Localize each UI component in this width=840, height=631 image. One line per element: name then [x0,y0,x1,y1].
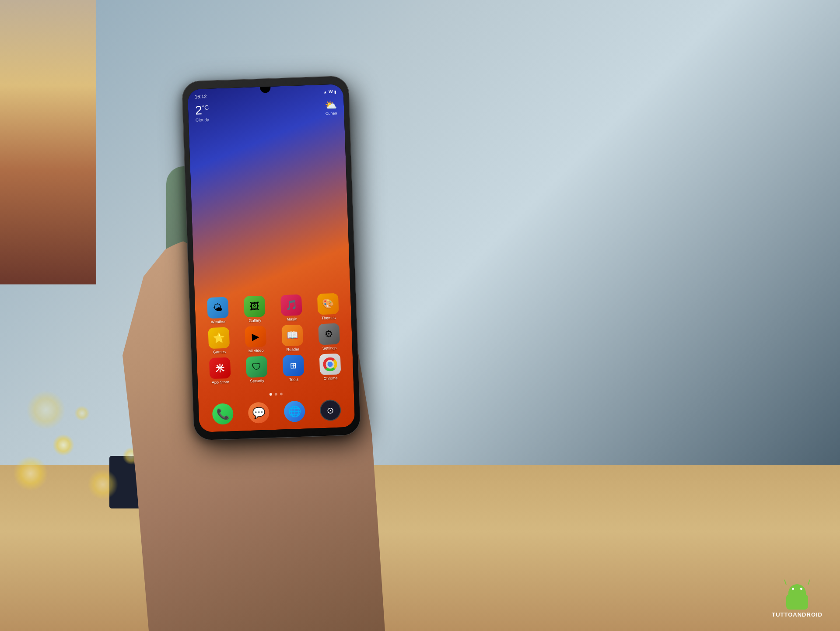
app-chrome[interactable]: Chrome [316,353,344,381]
weather-temperature: 2°C [195,104,209,117]
status-icons: ▲ 𝗪 ▮ [323,90,336,95]
signal-icon: ▲ [323,90,327,94]
bot-antenna-left [784,579,787,585]
app-label-reader: Reader [286,347,299,352]
bot-body [786,594,808,610]
dock-phone[interactable]: 📞 [212,403,234,425]
app-label-settings: Settings [322,346,337,351]
dock-browser[interactable]: 🌐 [284,401,305,423]
wifi-icon: 𝗪 [329,90,333,94]
app-icon-tools[interactable]: ⊞ [283,355,304,377]
dock-camera[interactable]: ⊙ [319,400,341,421]
app-mivideo[interactable]: ▶ Mi Video [242,326,270,353]
weather-condition: Cloudy [196,117,210,123]
battery-icon: ▮ [334,90,336,94]
app-label-chrome: Chrome [323,376,337,381]
app-row-3: 米 App Store 🛡 Security ⊞ Tools [201,353,349,385]
phone-screen: 16:12 ▲ 𝗪 ▮ 2°C Cloudy ⛅ Cuneo [187,84,355,432]
app-appstore[interactable]: 米 App Store [206,357,234,385]
app-label-security: Security [250,379,264,383]
bot-head [788,584,806,595]
app-icon-mivideo[interactable]: ▶ [245,326,266,348]
app-icon-gallery[interactable]: 🖼 [244,296,266,318]
app-weather[interactable]: 🌤 Weather [204,297,232,324]
android-bot-icon [780,575,815,610]
app-themes[interactable]: 🎨 Themes [314,293,342,320]
app-icon-music[interactable]: 🎵 [280,294,302,316]
app-icon-security[interactable]: 🛡 [246,356,268,378]
dock-messages[interactable]: 💬 [248,402,270,424]
phone-body: 16:12 ▲ 𝗪 ▮ 2°C Cloudy ⛅ Cuneo [182,76,360,441]
page-dot-1 [270,393,272,396]
app-music[interactable]: 🎵 Music [277,294,305,322]
app-row-1: 🌤 Weather 🖼 Gallery 🎵 Music 🎨 Themes [199,293,347,325]
app-icon-appstore[interactable]: 米 [209,357,231,379]
weather-unit: °C [202,104,209,111]
weather-city-widget: ⛅ Cuneo [325,100,337,116]
app-icon-settings[interactable]: ⚙ [318,323,340,345]
app-gallery[interactable]: 🖼 Gallery [241,295,269,323]
weather-widget: 2°C Cloudy [195,104,210,123]
bot-eye-right [800,588,802,590]
app-label-games: Games [213,350,226,354]
app-games[interactable]: ⭐ Games [205,327,233,354]
app-icon-reader[interactable]: 📖 [281,325,303,347]
app-security[interactable]: 🛡 Security [243,356,271,383]
bot-antenna-right [808,579,810,585]
app-reader[interactable]: 📖 Reader [278,324,306,352]
app-tools[interactable]: ⊞ Tools [280,354,308,382]
bg-left-panel [0,0,96,284]
weather-icon: ⛅ [325,100,337,112]
app-label-tools: Tools [289,377,298,382]
phone-device: 16:12 ▲ 𝗪 ▮ 2°C Cloudy ⛅ Cuneo [182,76,360,441]
app-icon-themes[interactable]: 🎨 [317,293,339,315]
tuttoanDroid-logo: TUTTOANDROID [772,575,822,618]
bot-eye-left [792,588,794,590]
app-label-music: Music [287,317,297,322]
app-icon-weather[interactable]: 🌤 [207,297,229,319]
page-dot-3 [280,393,283,395]
page-dot-2 [275,393,277,396]
app-icon-chrome[interactable] [319,354,341,375]
app-label-gallery: Gallery [249,318,262,323]
app-label-weather: Weather [211,319,226,324]
app-grid: 🌤 Weather 🖼 Gallery 🎵 Music 🎨 Themes [195,293,354,389]
app-label-themes: Themes [321,316,336,320]
app-label-appstore: App Store [212,380,229,385]
logo-android: ANDROID [793,611,822,618]
app-settings[interactable]: ⚙ Settings [315,323,343,351]
logo-text: TUTTOANDROID [772,611,822,618]
logo-tutto: TUTTO [772,611,793,618]
weather-city-name: Cuneo [325,111,337,116]
status-time: 16:12 [195,94,207,99]
app-label-mivideo: Mi Video [248,348,264,353]
app-icon-games[interactable]: ⭐ [208,327,230,349]
app-row-2: ⭐ Games ▶ Mi Video 📖 Reader ⚙ Settings [200,323,348,355]
